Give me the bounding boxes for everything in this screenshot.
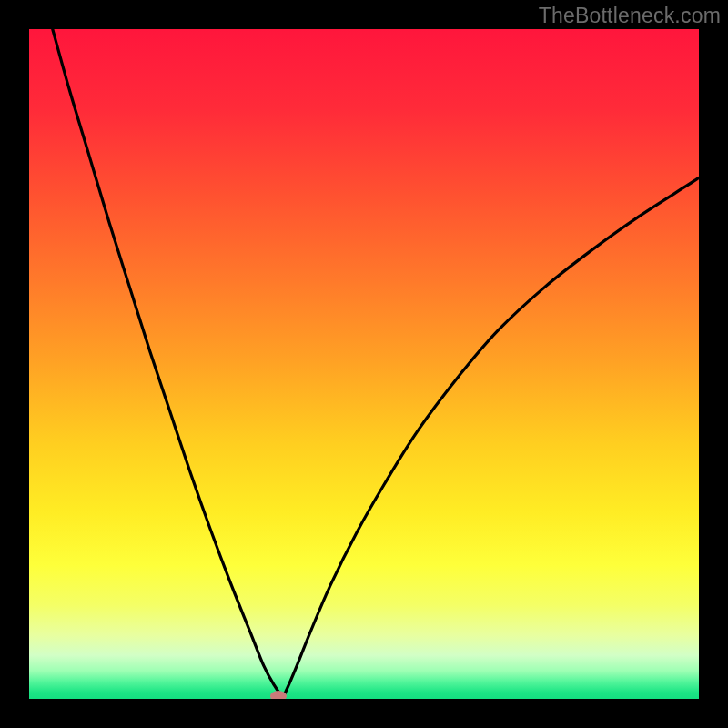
curve-layer [29, 29, 699, 699]
plot-area [29, 29, 699, 699]
bottleneck-curve [53, 29, 699, 695]
minimum-marker [270, 691, 287, 699]
watermark-text: TheBottleneck.com [539, 4, 721, 28]
chart-frame: TheBottleneck.com [0, 0, 728, 728]
